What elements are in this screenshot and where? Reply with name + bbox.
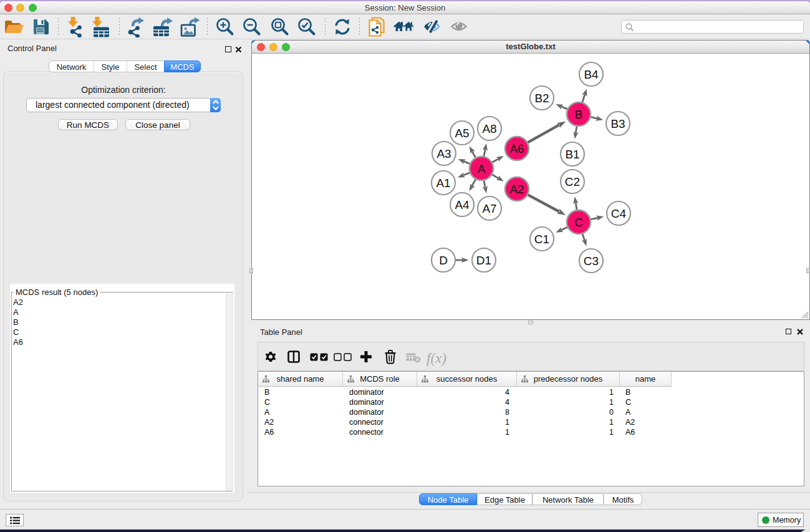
svg-text:B: B bbox=[575, 108, 583, 121]
svg-text:A6: A6 bbox=[509, 142, 524, 155]
svg-text:B1: B1 bbox=[565, 148, 579, 161]
svg-text:D: D bbox=[439, 254, 448, 267]
svg-text:C: C bbox=[574, 216, 583, 229]
svg-text:A5: A5 bbox=[455, 127, 469, 140]
svg-text:B4: B4 bbox=[584, 68, 599, 81]
svg-text:A3: A3 bbox=[436, 147, 451, 160]
svg-text:A1: A1 bbox=[436, 177, 450, 190]
svg-text:D1: D1 bbox=[476, 254, 491, 267]
svg-text:A4: A4 bbox=[455, 198, 470, 211]
svg-text:A8: A8 bbox=[482, 122, 496, 135]
svg-text:C1: C1 bbox=[534, 233, 549, 246]
svg-text:C2: C2 bbox=[565, 175, 580, 188]
svg-text:C4: C4 bbox=[611, 207, 627, 220]
svg-text:B2: B2 bbox=[534, 92, 549, 105]
svg-text:A7: A7 bbox=[482, 202, 496, 215]
svg-text:A2: A2 bbox=[509, 183, 524, 196]
svg-text:A: A bbox=[478, 162, 486, 175]
svg-text:B3: B3 bbox=[610, 117, 625, 130]
svg-text:C3: C3 bbox=[584, 254, 599, 268]
